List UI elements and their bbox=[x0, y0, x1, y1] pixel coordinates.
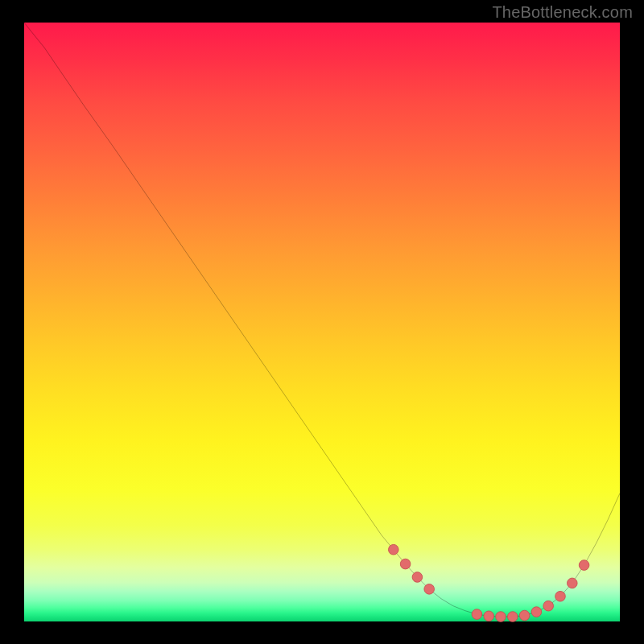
curve-marker bbox=[484, 611, 494, 621]
curve-marker bbox=[555, 591, 566, 601]
curve-marker bbox=[519, 610, 530, 621]
curve-marker bbox=[412, 572, 423, 583]
curve-marker bbox=[389, 544, 399, 555]
curve-marker bbox=[531, 607, 542, 617]
curve-markers bbox=[389, 544, 589, 621]
curve-marker bbox=[424, 584, 435, 595]
curve-marker bbox=[568, 578, 578, 588]
curve-marker bbox=[496, 612, 506, 622]
curve-marker bbox=[579, 560, 589, 571]
curve-marker bbox=[508, 612, 518, 622]
bottleneck-curve bbox=[24, 23, 620, 617]
chart-frame: TheBottleneck.com bbox=[0, 0, 644, 644]
curve-marker bbox=[543, 601, 554, 611]
curve-marker bbox=[400, 559, 411, 569]
curve-marker bbox=[472, 609, 482, 620]
watermark-text: TheBottleneck.com bbox=[492, 3, 633, 22]
curve-layer bbox=[24, 23, 620, 621]
plot-area bbox=[24, 23, 620, 621]
